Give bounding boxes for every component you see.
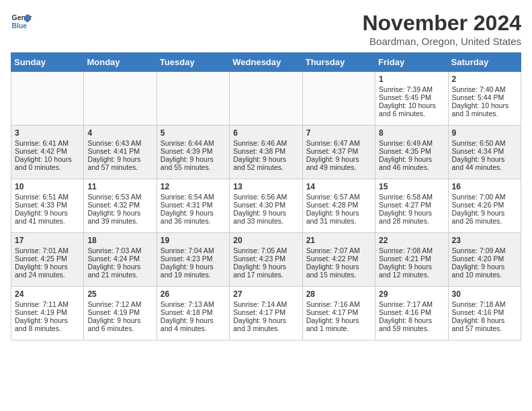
day-info: Daylight: 10 hours and 6 minutes.: [379, 101, 444, 118]
day-info: Daylight: 8 hours and 59 minutes.: [379, 316, 444, 332]
day-info: Sunrise: 6:51 AM: [15, 193, 80, 201]
day-info: Sunrise: 7:13 AM: [161, 300, 226, 308]
day-number: 9: [452, 128, 517, 138]
day-info: Sunset: 4:18 PM: [161, 308, 226, 316]
calendar-cell: [157, 72, 229, 126]
calendar-week-row: 3Sunrise: 6:41 AMSunset: 4:42 PMDaylight…: [11, 126, 521, 179]
day-info: Daylight: 9 hours and 15 minutes.: [306, 263, 371, 279]
day-info: Daylight: 9 hours and 17 minutes.: [233, 263, 298, 279]
day-info: Daylight: 9 hours and 12 minutes.: [379, 263, 444, 279]
calendar-cell: 5Sunrise: 6:44 AMSunset: 4:39 PMDaylight…: [157, 126, 229, 179]
day-info: Sunset: 4:31 PM: [161, 201, 226, 209]
day-number: 26: [161, 289, 226, 299]
day-info: Sunrise: 7:16 AM: [306, 300, 371, 308]
calendar-cell: 7Sunrise: 6:47 AMSunset: 4:37 PMDaylight…: [302, 126, 375, 179]
day-info: Sunset: 4:26 PM: [452, 201, 517, 209]
calendar-subtitle: Boardman, Oregon, United States: [362, 36, 521, 47]
day-info: Sunrise: 7:40 AM: [452, 85, 517, 93]
day-info: Daylight: 9 hours and 49 minutes.: [306, 155, 371, 171]
day-info: Daylight: 9 hours and 26 minutes.: [452, 209, 517, 225]
calendar-week-row: 17Sunrise: 7:01 AMSunset: 4:25 PMDayligh…: [11, 233, 521, 287]
day-info: Sunrise: 7:11 AM: [15, 300, 80, 308]
day-info: Sunset: 4:17 PM: [306, 308, 371, 316]
day-info: Daylight: 9 hours and 57 minutes.: [87, 155, 152, 171]
day-number: 3: [15, 128, 80, 138]
day-info: Daylight: 9 hours and 52 minutes.: [233, 155, 298, 171]
svg-text:Blue: Blue: [12, 22, 28, 30]
day-info: Daylight: 9 hours and 44 minutes.: [452, 155, 517, 171]
day-number: 10: [15, 182, 80, 191]
day-info: Sunset: 4:28 PM: [306, 201, 371, 209]
day-info: Sunrise: 6:58 AM: [379, 193, 444, 201]
day-number: 28: [306, 289, 371, 299]
day-number: 6: [233, 128, 298, 138]
day-info: Sunset: 4:35 PM: [379, 147, 444, 155]
day-number: 14: [306, 182, 371, 191]
day-info: Sunrise: 7:12 AM: [87, 300, 152, 308]
day-number: 4: [87, 128, 152, 138]
calendar-week-row: 1Sunrise: 7:39 AMSunset: 5:45 PMDaylight…: [11, 72, 521, 126]
day-info: Daylight: 9 hours and 8 minutes.: [15, 316, 80, 332]
day-number: 11: [87, 182, 152, 191]
day-info: Sunrise: 7:03 AM: [87, 246, 152, 255]
day-info: Sunset: 4:23 PM: [233, 255, 298, 263]
calendar-cell: [84, 72, 157, 126]
day-number: 30: [452, 289, 517, 299]
day-info: Sunrise: 6:54 AM: [161, 193, 226, 201]
calendar-cell: 2Sunrise: 7:40 AMSunset: 5:44 PMDaylight…: [448, 72, 521, 126]
calendar-cell: [302, 72, 375, 126]
day-info: Sunrise: 6:44 AM: [161, 139, 226, 147]
day-number: 22: [379, 236, 444, 245]
day-number: 2: [452, 75, 517, 84]
day-info: Sunset: 4:30 PM: [233, 201, 298, 209]
day-info: Sunset: 4:19 PM: [87, 308, 152, 316]
day-number: 15: [379, 182, 444, 191]
calendar-week-row: 10Sunrise: 6:51 AMSunset: 4:33 PMDayligh…: [11, 179, 521, 233]
day-number: 16: [452, 182, 517, 191]
day-info: Sunset: 5:44 PM: [452, 93, 517, 101]
calendar-cell: 30Sunrise: 7:18 AMSunset: 4:16 PMDayligh…: [448, 287, 521, 340]
calendar-cell: 27Sunrise: 7:14 AMSunset: 4:17 PMDayligh…: [230, 287, 302, 340]
day-number: 12: [161, 182, 226, 191]
weekday-header-saturday: Saturday: [448, 53, 521, 72]
day-info: Sunrise: 6:47 AM: [306, 139, 371, 147]
day-info: Sunrise: 6:50 AM: [452, 139, 517, 147]
day-number: 23: [452, 236, 517, 245]
calendar-cell: 14Sunrise: 6:57 AMSunset: 4:28 PMDayligh…: [302, 179, 375, 233]
day-number: 21: [306, 236, 371, 245]
weekday-header-sunday: Sunday: [11, 53, 84, 72]
calendar-cell: 23Sunrise: 7:09 AMSunset: 4:20 PMDayligh…: [448, 233, 521, 287]
day-info: Sunrise: 7:01 AM: [15, 246, 80, 255]
day-info: Sunrise: 6:57 AM: [306, 193, 371, 201]
calendar-cell: 20Sunrise: 7:05 AMSunset: 4:23 PMDayligh…: [230, 233, 302, 287]
header: General Blue November 2024 Boardman, Ore…: [11, 11, 521, 47]
calendar-title: November 2024: [362, 11, 521, 36]
day-info: Daylight: 10 hours and 0 minutes.: [15, 155, 80, 171]
calendar-cell: 18Sunrise: 7:03 AMSunset: 4:24 PMDayligh…: [84, 233, 157, 287]
day-number: 1: [379, 75, 444, 84]
day-info: Daylight: 9 hours and 1 minute.: [306, 316, 371, 332]
day-info: Daylight: 9 hours and 24 minutes.: [15, 263, 80, 279]
day-info: Sunset: 4:17 PM: [233, 308, 298, 316]
weekday-header-tuesday: Tuesday: [157, 53, 229, 72]
day-info: Sunrise: 6:46 AM: [233, 139, 298, 147]
day-info: Sunset: 4:32 PM: [87, 201, 152, 209]
day-info: Sunset: 4:33 PM: [15, 201, 80, 209]
calendar-cell: 12Sunrise: 6:54 AMSunset: 4:31 PMDayligh…: [157, 179, 229, 233]
day-info: Sunrise: 7:09 AM: [452, 246, 517, 255]
weekday-header-row: SundayMondayTuesdayWednesdayThursdayFrid…: [11, 53, 521, 72]
logo-icon: General Blue: [11, 11, 32, 32]
calendar-cell: 8Sunrise: 6:49 AMSunset: 4:35 PMDaylight…: [375, 126, 448, 179]
day-info: Daylight: 9 hours and 55 minutes.: [161, 155, 226, 171]
day-number: 8: [379, 128, 444, 138]
day-info: Daylight: 9 hours and 10 minutes.: [452, 263, 517, 279]
calendar-cell: 10Sunrise: 6:51 AMSunset: 4:33 PMDayligh…: [11, 179, 84, 233]
day-info: Sunrise: 6:41 AM: [15, 139, 80, 147]
day-number: 18: [87, 236, 152, 245]
day-info: Daylight: 9 hours and 4 minutes.: [161, 316, 226, 332]
day-info: Sunset: 4:37 PM: [306, 147, 371, 155]
day-number: 7: [306, 128, 371, 138]
calendar-week-row: 24Sunrise: 7:11 AMSunset: 4:19 PMDayligh…: [11, 287, 521, 340]
day-number: 20: [233, 236, 298, 245]
calendar-cell: 13Sunrise: 6:56 AMSunset: 4:30 PMDayligh…: [230, 179, 302, 233]
